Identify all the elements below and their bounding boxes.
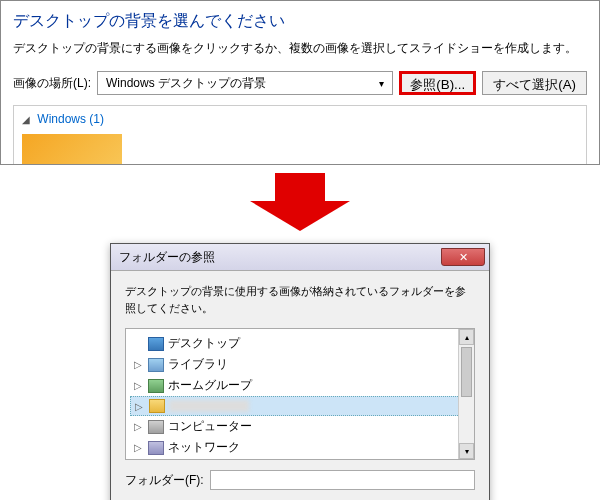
location-label: 画像の場所(L): — [13, 75, 91, 92]
scrollbar[interactable]: ▴ ▾ — [458, 329, 474, 459]
tree-item[interactable]: ▷コンピューター — [130, 416, 470, 437]
location-combobox[interactable]: Windows デスクトップの背景 ▾ — [97, 71, 393, 95]
tree-item-label: ネットワーク — [168, 439, 240, 456]
scroll-up-button[interactable]: ▴ — [459, 329, 474, 345]
scroll-thumb[interactable] — [461, 347, 472, 397]
tree-item-label: ライブラリ — [168, 356, 228, 373]
tree-item-label: コンピューター — [168, 418, 252, 435]
folder-label: フォルダー(F): — [125, 472, 204, 489]
tree-item[interactable]: ▷ホームグループ — [130, 375, 470, 396]
background-settings-panel: デスクトップの背景を選んでください デスクトップの背景にする画像をクリックするか… — [0, 0, 600, 165]
tree-item[interactable]: ▷ネットワーク — [130, 437, 470, 458]
expand-icon[interactable]: ▷ — [135, 401, 145, 412]
gallery-group-header[interactable]: ◢ Windows (1) — [22, 112, 578, 126]
close-button[interactable]: ✕ — [441, 248, 485, 266]
desktop-icon — [148, 337, 164, 351]
location-row: 画像の場所(L): Windows デスクトップの背景 ▾ 参照(B)... す… — [13, 71, 587, 95]
tree-item[interactable]: ▷ — [130, 396, 470, 416]
folder-path-input[interactable] — [210, 470, 475, 490]
expand-icon[interactable]: ▷ — [134, 442, 144, 453]
scroll-down-button[interactable]: ▾ — [459, 443, 474, 459]
browse-button[interactable]: 参照(B)... — [399, 71, 476, 95]
group-label: Windows (1) — [37, 112, 104, 126]
wallpaper-gallery: ◢ Windows (1) — [13, 105, 587, 164]
net-icon — [148, 441, 164, 455]
collapse-icon: ◢ — [22, 114, 30, 125]
tree-item[interactable]: ▷ライブラリ — [130, 354, 470, 375]
tree-item[interactable]: デスクトップ — [130, 333, 470, 354]
expand-icon[interactable]: ▷ — [134, 380, 144, 391]
tree-item-label: ホームグループ — [168, 377, 252, 394]
lib-icon — [148, 358, 164, 372]
folder-path-row: フォルダー(F): — [125, 470, 475, 490]
dialog-titlebar: フォルダーの参照 ✕ — [111, 244, 489, 271]
tree-items: デスクトップ▷ライブラリ▷ホームグループ▷▷コンピューター▷ネットワーク — [126, 329, 474, 460]
dialog-message: デスクトップの背景に使用する画像が格納されているフォルダーを参照してください。 — [125, 283, 475, 316]
expand-icon[interactable]: ▷ — [134, 421, 144, 432]
expand-icon[interactable]: ▷ — [134, 359, 144, 370]
tree-item-label: デスクトップ — [168, 335, 240, 352]
flow-arrow — [0, 173, 600, 231]
wallpaper-thumbnail[interactable] — [22, 134, 122, 164]
folder-browse-dialog: フォルダーの参照 ✕ デスクトップの背景に使用する画像が格納されているフォルダー… — [110, 243, 490, 500]
page-description: デスクトップの背景にする画像をクリックするか、複数の画像を選択してスライドショー… — [13, 40, 587, 57]
page-title: デスクトップの背景を選んでください — [13, 11, 587, 32]
dialog-title: フォルダーの参照 — [119, 249, 215, 266]
pc-icon — [148, 420, 164, 434]
folder-icon — [149, 399, 165, 413]
combo-value: Windows デスクトップの背景 — [106, 75, 266, 92]
tree-item-label — [169, 400, 249, 412]
home-icon — [148, 379, 164, 393]
select-all-button[interactable]: すべて選択(A) — [482, 71, 587, 95]
chevron-down-icon: ▾ — [379, 78, 384, 89]
folder-tree[interactable]: デスクトップ▷ライブラリ▷ホームグループ▷▷コンピューター▷ネットワーク ▴ ▾ — [125, 328, 475, 460]
